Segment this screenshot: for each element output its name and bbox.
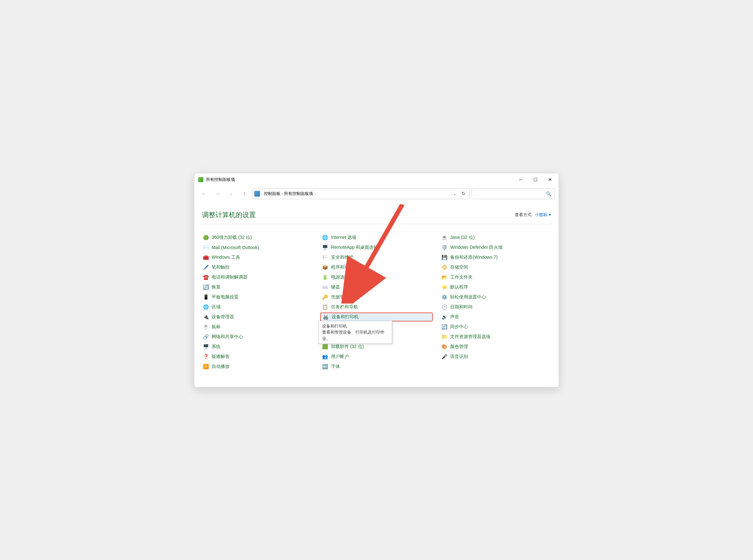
control-panel-item[interactable]: 🔤字体 <box>320 362 433 371</box>
item-icon: 📀 <box>441 264 448 271</box>
control-panel-item[interactable]: 🎨颜色管理 <box>439 342 552 351</box>
control-panel-item[interactable]: 📀存储空间 <box>439 263 552 272</box>
control-panel-item[interactable]: 🏳️安全和维护 <box>320 253 433 262</box>
item-icon: 🛡️ <box>441 244 448 251</box>
control-panel-item[interactable]: 🔊声音 <box>439 313 552 321</box>
item-icon: 💾 <box>441 254 448 261</box>
item-label: 自动播放 <box>211 364 229 369</box>
control-panel-item[interactable]: 🔋电源选项 <box>320 273 433 282</box>
chevron-right-icon: › <box>261 192 263 196</box>
control-panel-item[interactable]: ✉️Mail (Microsoft Outlook) <box>201 243 314 252</box>
item-icon: 🧰 <box>203 254 209 261</box>
control-panel-item[interactable]: 🔌设备管理器 <box>201 313 314 321</box>
breadcrumb-root[interactable]: 控制面板 <box>264 191 281 197</box>
item-label: 设备和打印机 <box>332 314 359 320</box>
recent-locations-button[interactable]: ⌄ <box>225 188 237 199</box>
search-box[interactable]: 🔍 <box>472 188 555 199</box>
back-button[interactable]: ← <box>198 188 210 199</box>
tooltip: 设备和打印机 查看和管理设备、打印机及打印作业。 <box>319 321 392 344</box>
item-label: 凭据管理器 <box>331 294 353 300</box>
control-panel-item[interactable]: ⭐默认程序 <box>439 283 552 292</box>
item-icon: 📋 <box>322 304 328 310</box>
view-by-dropdown[interactable]: 小图标 ▾ <box>535 212 551 217</box>
item-label: Internet 选项 <box>331 235 356 240</box>
control-panel-item[interactable]: ▶️自动播放 <box>201 362 314 371</box>
view-by: 查看方式: 小图标 ▾ <box>515 212 551 218</box>
chevron-right-icon: › <box>282 192 283 196</box>
control-panel-item[interactable]: 🖱️鼠标 <box>201 322 314 332</box>
control-panel-item[interactable]: 📂工作文件夹 <box>439 273 552 282</box>
item-label: 电源选项 <box>331 274 349 280</box>
item-icon: 📦 <box>322 264 328 271</box>
control-panel-item[interactable]: 🔗网络和共享中心 <box>201 332 314 341</box>
item-label: 笔和触控 <box>211 264 229 270</box>
control-panel-item[interactable]: 🎤语音识别 <box>439 352 552 361</box>
item-icon: 🎤 <box>441 354 448 360</box>
tooltip-title: 设备和打印机 <box>322 323 389 329</box>
up-button[interactable]: ↑ <box>239 188 250 199</box>
control-panel-item[interactable]: 🖥️RemoteApp 和桌面连接 <box>320 243 433 252</box>
item-label: 安全和维护 <box>331 255 353 260</box>
close-button[interactable]: ✕ <box>543 173 557 186</box>
address-bar[interactable]: › 控制面板 › 所有控制面板项 › ⌄ ↻ <box>252 188 470 199</box>
item-icon: 📂 <box>441 274 448 280</box>
control-panel-item[interactable]: 🖨️设备和打印机 <box>320 313 433 321</box>
control-panel-item[interactable]: 📦程序和功能 <box>320 263 433 272</box>
titlebar: 所有控制面板项 ─ ☐ ✕ <box>194 173 559 186</box>
control-panel-item[interactable]: 🕒日期和时间 <box>439 303 552 312</box>
item-icon: 📱 <box>203 294 209 300</box>
breadcrumb-leaf[interactable]: 所有控制面板项 <box>284 191 313 197</box>
item-label: 疑难解答 <box>211 354 229 360</box>
control-panel-item[interactable]: ☎️电话和调制解调器 <box>201 273 314 282</box>
control-panel-item[interactable]: 🔑凭据管理器 <box>320 293 433 302</box>
control-panel-item[interactable]: 🌐区域 <box>201 303 314 312</box>
window-title: 所有控制面板项 <box>206 177 513 182</box>
control-panel-item[interactable]: ❓疑难解答 <box>201 352 314 361</box>
control-panel-item[interactable]: 🌐Internet 选项 <box>320 233 433 242</box>
item-label: Windows 工具 <box>211 255 240 260</box>
refresh-button[interactable]: ↻ <box>460 191 467 197</box>
item-label: 区域 <box>211 304 221 310</box>
item-icon: ⭐ <box>441 284 448 291</box>
control-panel-item[interactable]: 🔄恢复 <box>201 283 314 292</box>
item-icon: 🔤 <box>322 363 328 370</box>
maximize-button[interactable]: ☐ <box>528 173 543 186</box>
item-label: 任务栏和导航 <box>331 304 358 310</box>
control-panel-item[interactable]: 📁文件资源管理器选项 <box>439 332 552 341</box>
control-panel-item[interactable]: 🔄同步中心 <box>439 322 552 332</box>
control-panel-item[interactable]: 💾备份和还原(Windows 7) <box>439 253 552 262</box>
item-icon: ⌨️ <box>322 284 328 291</box>
control-panel-item[interactable]: 🖥️系统 <box>201 342 314 351</box>
item-icon: ☎️ <box>203 274 209 280</box>
item-icon: 🏳️ <box>322 254 328 261</box>
control-panel-item[interactable]: ⌨️键盘 <box>320 283 433 292</box>
control-panel-item[interactable]: 🧰Windows 工具 <box>201 253 314 262</box>
item-icon: ✉️ <box>203 244 209 251</box>
item-icon: 🎨 <box>441 343 448 350</box>
control-panel-item[interactable]: 🖊️笔和触控 <box>201 263 314 272</box>
item-label: 恢复 <box>211 284 221 290</box>
item-icon: 🖥️ <box>203 343 209 350</box>
item-label: 电话和调制解调器 <box>211 274 247 280</box>
control-panel-item[interactable]: 👥用户帐户 <box>320 352 433 361</box>
item-label: 程序和功能 <box>331 264 353 270</box>
control-panel-item[interactable]: ⚙️轻松使用设置中心 <box>439 293 552 302</box>
item-label: 备份和还原(Windows 7) <box>450 255 497 260</box>
search-icon: 🔍 <box>546 191 551 196</box>
control-panel-item[interactable]: ☕Java (32 位) <box>439 233 552 242</box>
item-label: Java (32 位) <box>450 235 474 240</box>
control-panel-item[interactable]: 🟢360强力卸载 (32 位) <box>201 233 314 242</box>
item-icon: 🔊 <box>441 314 448 320</box>
item-label: RemoteApp 和桌面连接 <box>331 245 379 251</box>
grid-column: ☕Java (32 位)🛡️Windows Defender 防火墙💾备份和还原… <box>439 233 552 371</box>
item-icon: 🟢 <box>203 234 209 241</box>
address-dropdown-button[interactable]: ⌄ <box>451 192 458 196</box>
control-panel-item[interactable]: 📋任务栏和导航 <box>320 303 433 312</box>
item-label: 同步中心 <box>450 324 468 330</box>
minimize-button[interactable]: ─ <box>513 173 528 186</box>
forward-button[interactable]: → <box>211 188 223 199</box>
control-panel-item[interactable]: 📱平板电脑设置 <box>201 293 314 302</box>
item-icon: 🖥️ <box>322 244 328 251</box>
control-panel-item[interactable]: 🛡️Windows Defender 防火墙 <box>439 243 552 252</box>
page-heading: 调整计算机的设置 <box>202 211 256 219</box>
